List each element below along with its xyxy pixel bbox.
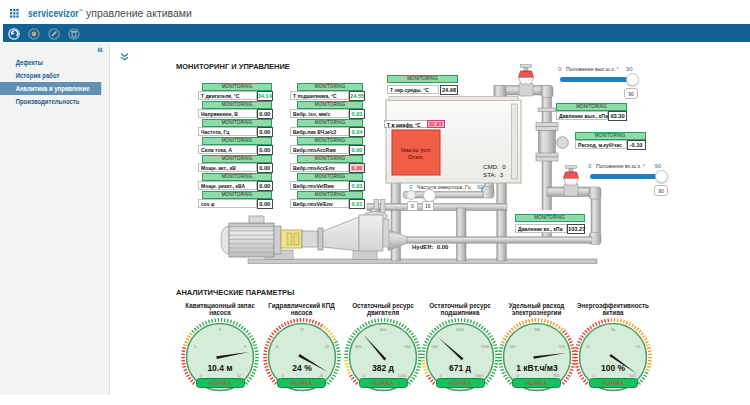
svg-text:100 %: 100 % [601,363,626,373]
svg-text:6: 6 [219,328,221,332]
svg-text:1500: 1500 [481,345,489,349]
svg-text:9: 9 [244,345,246,349]
svg-text:25: 25 [586,345,590,349]
svg-text:24 %: 24 % [292,363,312,373]
svg-text:500: 500 [432,345,438,349]
svg-text:190: 190 [508,345,514,349]
svg-text:10.4 м: 10.4 м [207,363,232,373]
svg-text:3: 3 [194,345,196,349]
svg-text:1 кВт.ч/м3: 1 кВт.ч/м3 [516,363,558,373]
svg-text:671 д: 671 д [449,363,472,373]
svg-text:570: 570 [558,345,564,349]
svg-text:600: 600 [380,328,386,332]
svg-text:1000: 1000 [456,328,464,332]
svg-text:900: 900 [405,345,411,349]
svg-text:380: 380 [533,328,539,332]
svg-text:50: 50 [611,328,615,332]
svg-text:12: 12 [299,328,303,332]
svg-text:382 д: 382 д [372,363,395,373]
svg-text:18: 18 [324,345,328,349]
svg-text:75: 75 [636,345,640,349]
svg-text:300: 300 [355,345,361,349]
svg-text:6: 6 [276,345,278,349]
